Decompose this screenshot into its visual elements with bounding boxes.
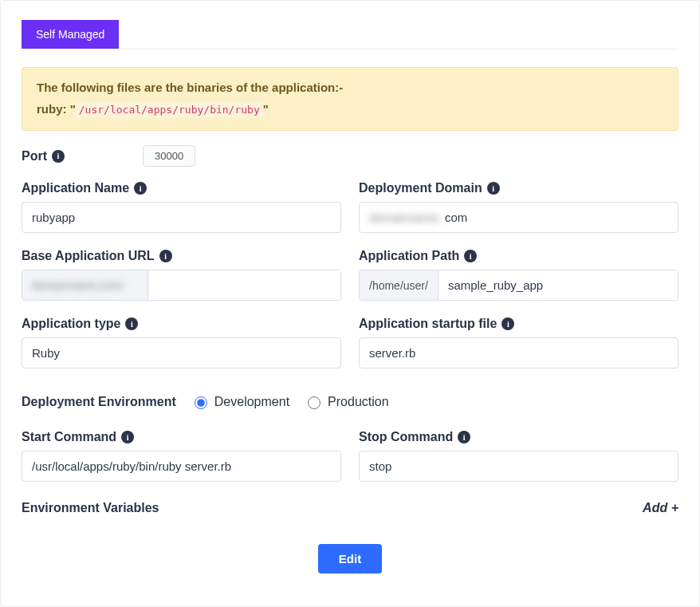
app-type-label: Application type [22, 317, 120, 331]
info-icon[interactable]: i [458, 431, 470, 443]
commands-grid: Start Command i Stop Command i [22, 430, 678, 482]
port-label: Port i [22, 149, 65, 164]
startup-file-label: Application startup file [359, 317, 497, 331]
base-url-prefix-text: domainname.com/ [32, 279, 124, 292]
env-vars-label: Environment Variables [22, 501, 159, 515]
startup-file-input[interactable] [359, 337, 678, 369]
base-url-label: Base Application URL [22, 249, 155, 263]
notice-binary-path: /usr/local/apps/ruby/bin/ruby [76, 102, 263, 117]
port-row: Port i 30000 [22, 145, 678, 167]
info-icon[interactable]: i [501, 317, 514, 330]
app-name-input[interactable] [22, 202, 341, 233]
info-icon[interactable]: i [134, 182, 147, 195]
app-name-label: Application Name [22, 181, 129, 195]
edit-button[interactable]: Edit [318, 544, 382, 573]
notice-heading: The following files are the binaries of … [37, 81, 663, 94]
app-settings-panel: Self Managed The following files are the… [0, 0, 700, 607]
button-row: Edit [22, 544, 678, 573]
fields-grid: Application Name i Deployment Domain i d… [22, 181, 678, 369]
info-icon[interactable]: i [52, 150, 65, 163]
field-app-name: Application Name i [22, 181, 341, 233]
add-env-var-link[interactable]: Add + [643, 501, 678, 515]
deploy-domain-label: Deployment Domain [359, 181, 482, 195]
field-deploy-domain: Deployment Domain i domainname.com [359, 181, 678, 233]
deploy-domain-hidden: domainname. [369, 211, 442, 224]
deploy-env-row: Deployment Environment Development Produ… [22, 394, 678, 409]
app-path-wrap: /home/user/ [359, 270, 678, 301]
base-url-input[interactable] [148, 270, 340, 300]
base-url-wrap: domainname.com/ [22, 270, 341, 301]
field-start-cmd: Start Command i [22, 430, 341, 482]
app-path-prefix: /home/user/ [360, 270, 438, 300]
port-value: 30000 [143, 145, 195, 167]
binaries-notice: The following files are the binaries of … [22, 67, 678, 131]
radio-production-input[interactable] [308, 396, 321, 409]
field-app-path: Application Path i /home/user/ [359, 249, 678, 301]
info-icon[interactable]: i [125, 317, 138, 330]
notice-binary-line: ruby: "/usr/local/apps/ruby/bin/ruby" [37, 102, 663, 116]
deploy-env-label: Deployment Environment [22, 395, 176, 409]
app-path-label: Application Path [359, 249, 459, 263]
radio-development-input[interactable] [195, 396, 207, 409]
start-cmd-label: Start Command [22, 430, 116, 444]
tabs-row: Self Managed [22, 20, 678, 49]
info-icon[interactable]: i [464, 250, 477, 262]
field-startup-file: Application startup file i [359, 317, 678, 369]
stop-cmd-label: Stop Command [359, 430, 453, 444]
stop-cmd-input[interactable] [359, 451, 678, 482]
tab-self-managed[interactable]: Self Managed [22, 20, 119, 49]
info-icon[interactable]: i [121, 431, 134, 443]
radio-development-label: Development [214, 395, 289, 409]
port-label-text: Port [22, 149, 47, 164]
field-stop-cmd: Stop Command i [359, 430, 678, 482]
deploy-domain-visible: com [445, 211, 467, 224]
radio-production-label: Production [328, 395, 389, 409]
app-type-input[interactable] [22, 337, 341, 369]
radio-development[interactable]: Development [191, 394, 289, 409]
env-vars-row: Environment Variables Add + [22, 501, 678, 515]
field-base-url: Base Application URL i domainname.com/ [22, 249, 341, 301]
app-path-input[interactable] [438, 270, 678, 300]
info-icon[interactable]: i [487, 182, 500, 195]
deploy-domain-input[interactable]: domainname.com [359, 202, 678, 233]
base-url-prefix: domainname.com/ [22, 270, 148, 300]
radio-production[interactable]: Production [304, 394, 389, 409]
notice-binary-prefix: ruby: [37, 102, 67, 116]
info-icon[interactable]: i [159, 250, 172, 262]
field-app-type: Application type i [22, 317, 341, 369]
start-cmd-input[interactable] [22, 451, 341, 482]
